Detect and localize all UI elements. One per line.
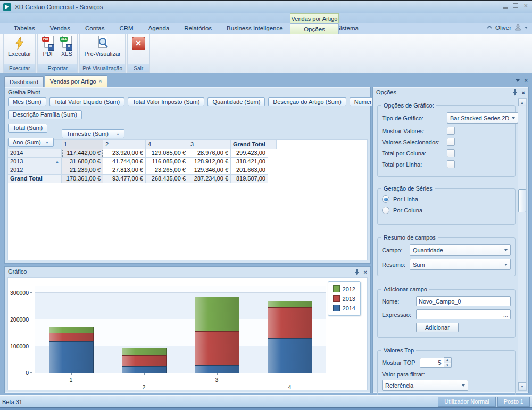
- pivot-cell[interactable]: 128.912,00 €: [188, 158, 231, 166]
- pivot-cell[interactable]: 117.442,00 €: [62, 149, 103, 158]
- pivot-cell[interactable]: 116.085,00 €: [146, 158, 188, 166]
- group-add-field: Adicionar campo Nome: Novo_Campo_0 Expre…: [377, 289, 516, 338]
- pin-icon[interactable]: [355, 269, 360, 275]
- user-name[interactable]: Oliver: [495, 24, 511, 31]
- chart-type-select[interactable]: Bar Stacked Series 2D: [447, 112, 518, 124]
- filter-dropdown-icon[interactable]: ▼: [45, 141, 49, 144]
- chart-bar-1: [49, 327, 94, 373]
- pivot-cell[interactable]: 41.744,00 €: [103, 158, 146, 166]
- close-document-icon[interactable]: ×: [525, 78, 528, 84]
- pivot-cell[interactable]: 129.085,00 €: [146, 149, 188, 158]
- pivot-row-header-2012[interactable]: 2012: [8, 166, 62, 175]
- executar-button[interactable]: Executar: [6, 35, 33, 58]
- doc-tab-dashboard[interactable]: Dashboard: [4, 76, 44, 87]
- spin-up-icon[interactable]: ▲: [444, 358, 451, 363]
- radio-por-linha[interactable]: [382, 195, 389, 203]
- pivot-cell[interactable]: 318.421,00 €: [231, 158, 268, 166]
- pin-icon[interactable]: [513, 89, 518, 96]
- resumo-select[interactable]: Sum: [410, 259, 511, 270]
- pivot-cell[interactable]: 170.361,00 €: [62, 175, 103, 183]
- ribbon-caption-exportar: Exportar: [38, 64, 77, 72]
- top-count-spinner[interactable]: 5: [420, 358, 444, 368]
- doc-tab-vendas-por-artigo[interactable]: Vendas por Artigo×: [45, 75, 107, 87]
- minimize-button[interactable]: [503, 7, 508, 9]
- pivot-column-header-3[interactable]: 3: [188, 140, 231, 149]
- menu-tab-crm[interactable]: CRM: [112, 23, 140, 34]
- sair-button[interactable]: ✕: [130, 35, 147, 51]
- radio-por-coluna[interactable]: [382, 207, 389, 214]
- pivot-column-field[interactable]: Trimestre (Sum) ▲: [62, 129, 124, 138]
- menu-tab-tabelas[interactable]: Tabelas: [6, 23, 43, 34]
- collapse-icon[interactable]: ▲: [55, 158, 59, 166]
- scroll-up-icon[interactable]: ▲: [518, 99, 526, 106]
- pivot-row-header-grand-total[interactable]: Grand Total: [8, 175, 62, 183]
- pivot-column-header-2[interactable]: 2: [103, 140, 146, 149]
- spin-down-icon[interactable]: ▼: [444, 363, 451, 368]
- adicionar-button[interactable]: Adicionar: [416, 323, 459, 332]
- pivot-row-field[interactable]: Ano (Sum) ▼: [8, 138, 54, 147]
- restore-button[interactable]: [513, 3, 518, 8]
- scroll-thumb[interactable]: [518, 189, 526, 212]
- close-panel-icon[interactable]: ×: [522, 90, 525, 96]
- close-panel-icon[interactable]: ×: [364, 269, 367, 275]
- pivot-field-total-valor-imposto-sum[interactable]: Total Valor Imposto (Sum): [128, 97, 204, 106]
- ellipsis-button[interactable]: ...: [503, 311, 508, 318]
- checkbox-mostrar-valores[interactable]: [447, 127, 455, 135]
- ribbon-caption-sair: Sair: [128, 64, 149, 72]
- pivot-cell[interactable]: 287.234,00 €: [188, 175, 231, 183]
- menu-tab-business-inteligence[interactable]: Business Inteligence: [219, 23, 290, 34]
- nome-input[interactable]: Novo_Campo_0: [416, 296, 511, 306]
- menu-tab-relatorios[interactable]: Relatórios: [177, 23, 219, 34]
- checkbox-valores-selecionados[interactable]: [447, 138, 455, 146]
- pivot-cell[interactable]: 31.680,00 €: [62, 158, 103, 166]
- pivot-cell[interactable]: 21.239,00 €: [62, 166, 103, 175]
- pivot-column-header-4[interactable]: 4: [146, 140, 188, 149]
- status-user-mode[interactable]: Utilizador Normal: [438, 397, 495, 407]
- close-tab-icon[interactable]: ×: [99, 77, 102, 86]
- scroll-down-icon[interactable]: ▼: [518, 382, 526, 390]
- pivot-cell[interactable]: 93.477,00 €: [103, 175, 146, 183]
- pivot-row-header-2014[interactable]: 2014: [8, 149, 62, 158]
- pivot-cell[interactable]: 819.507,00 €: [231, 175, 268, 183]
- pdf-export-button[interactable]: PDF PDF: [40, 35, 57, 58]
- pivot-cell[interactable]: 268.435,00 €: [146, 175, 188, 183]
- pivot-field-total-valor-liquido-sum[interactable]: Total Valor Líquido (Sum): [49, 97, 124, 106]
- menu-tab-contas[interactable]: Contas: [78, 23, 112, 34]
- option-row: Mostrar Valores:: [382, 127, 511, 135]
- pivot-cell[interactable]: 27.813,00 €: [103, 166, 146, 175]
- spinner-arrows[interactable]: ▲▼: [444, 357, 452, 368]
- filter-value-select[interactable]: Referência: [382, 380, 468, 391]
- pivot-cell[interactable]: 299.423,00 €: [231, 149, 268, 158]
- pivot-cell[interactable]: 23.920,00 €: [103, 149, 146, 158]
- checkbox-label: Total por Linha:: [382, 161, 447, 168]
- pivot-row-header-2013[interactable]: 2013▲: [8, 158, 62, 166]
- checkbox-total-por-coluna[interactable]: [447, 149, 455, 157]
- pivot-cell[interactable]: 28.976,00 €: [188, 149, 231, 158]
- pivot-field-quantidade-sum[interactable]: Quantidade (Sum): [207, 97, 265, 106]
- ribbon-collapse-chevron-icon[interactable]: [487, 26, 492, 29]
- menu-tab-vendas[interactable]: Vendas: [43, 23, 78, 34]
- menu-tab-agenda[interactable]: Agenda: [141, 23, 177, 34]
- pivot-field-mes-sum[interactable]: Mês (Sum): [8, 97, 46, 106]
- pivot-column-header-grand-total[interactable]: Grand Total: [231, 140, 268, 149]
- pivot-column-header-1[interactable]: 1: [62, 140, 103, 149]
- expressao-input[interactable]: ...: [416, 309, 511, 319]
- xls-export-button[interactable]: XLS XLS: [58, 35, 75, 58]
- pivot-cell[interactable]: 201.663,00 €: [231, 166, 268, 175]
- tab-list-dropdown-icon[interactable]: [516, 79, 520, 82]
- close-button[interactable]: ×: [523, 2, 528, 10]
- options-scrollbar[interactable]: ▲ ▼: [518, 98, 527, 391]
- status-posto[interactable]: Posto 1: [497, 397, 530, 407]
- pivot-field-descricao-do-artigo-sum[interactable]: Descrição do Artigo (Sum): [268, 97, 346, 106]
- pivot-data-field[interactable]: Total (Sum): [8, 124, 47, 133]
- pivot-cell[interactable]: 129.346,00 €: [188, 166, 231, 175]
- previsualizar-button[interactable]: Pré-Visualizar: [82, 35, 122, 58]
- user-menu-arrow-icon[interactable]: [525, 27, 528, 29]
- sort-ascending-icon[interactable]: ▲: [116, 132, 120, 136]
- pivot-field-descricao-familia-sum[interactable]: Descrição Família (Sum): [8, 110, 82, 119]
- campo-select[interactable]: Quantidade: [410, 244, 511, 256]
- user-icon[interactable]: [514, 24, 521, 31]
- tab-opcoes[interactable]: Opções: [290, 23, 339, 35]
- pivot-cell[interactable]: 23.265,00 €: [146, 166, 188, 175]
- checkbox-total-por-linha[interactable]: [447, 160, 455, 168]
